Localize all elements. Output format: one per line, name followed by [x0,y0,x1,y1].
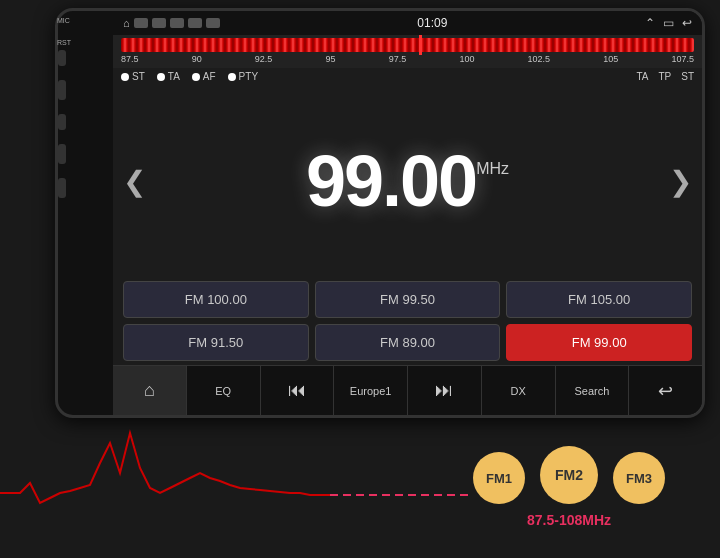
back-icon: ↩ [682,16,692,30]
vol-up-button[interactable] [58,144,66,164]
waveform-svg [0,413,470,533]
fm2-badge[interactable]: FM2 [540,446,598,504]
toolbar-dx-button[interactable]: DX [482,366,556,415]
indicator-st-right: ST [681,71,694,82]
bottom-toolbar: ⌂ EQ ⏮ Europe1 ⏭ DX Search ↩ [113,365,702,415]
status-icon-4 [188,18,202,28]
fm3-badge[interactable]: FM3 [613,452,665,504]
status-icons: ⌂ [123,17,220,29]
physical-buttons [58,50,66,198]
toolbar-eq-button[interactable]: EQ [187,366,261,415]
freq-marker [419,35,422,55]
scale-87.5: 87.5 [121,54,139,64]
status-icon-3 [170,18,184,28]
indicator-tp-right: TP [658,71,671,82]
fm-badges-row: FM1 FM2 FM3 [473,446,665,504]
toolbar-prev-button[interactable]: ⏮ [261,366,335,415]
indicator-dot-ta [157,73,165,81]
indicator-dot-st [121,73,129,81]
presets-grid: FM 100.00 FM 99.50 FM 105.00 FM 91.50 FM… [113,277,702,365]
scale-97.5: 97.5 [389,54,407,64]
toolbar-search-button[interactable]: Search [556,366,630,415]
home-icon: ⌂ [144,380,155,401]
freq-bar-container: 87.5 90 92.5 95 97.5 100 102.5 105 107.5 [113,35,702,68]
scale-105: 105 [603,54,618,64]
toolbar-station-button[interactable]: Europe1 [334,366,408,415]
preset-btn-2[interactable]: FM 105.00 [506,281,692,318]
indicator-af[interactable]: AF [192,71,216,82]
device-shell: ⌂ 01:09 ⌃ ▭ ↩ 87.5 90 92.5 [55,8,705,418]
station-label: Europe1 [350,385,392,397]
frequency-unit: MHz [476,160,509,178]
vol-down-button[interactable] [58,178,66,198]
status-icon-1 [134,18,148,28]
back-side-button[interactable] [58,114,66,130]
scale-100: 100 [459,54,474,64]
fm-badges-container: FM1 FM2 FM3 87.5-108MHz [473,446,665,528]
scale-90: 90 [192,54,202,64]
status-time: 01:09 [417,16,447,30]
toolbar-next-button[interactable]: ⏭ [408,366,482,415]
status-icon-5 [206,18,220,28]
nav-next-button[interactable]: ❯ [669,165,692,198]
home-side-button[interactable] [58,80,66,100]
eq-label: EQ [215,385,231,397]
preset-btn-3[interactable]: FM 91.50 [123,324,309,361]
freq-bar[interactable] [121,38,694,52]
fm1-badge[interactable]: FM1 [473,452,525,504]
indicator-ta-right: TA [636,71,648,82]
preset-btn-0[interactable]: FM 100.00 [123,281,309,318]
indicator-st[interactable]: ST [121,71,145,82]
freq-scale: 87.5 90 92.5 95 97.5 100 102.5 105 107.5 [121,52,694,66]
status-bar: ⌂ 01:09 ⌃ ▭ ↩ [113,11,702,35]
fm-freq-range: 87.5-108MHz [527,512,611,528]
indicator-right-group: TA TP ST [636,71,694,82]
power-button[interactable] [58,50,66,66]
scale-107.5: 107.5 [671,54,694,64]
mic-label: MIC [57,17,70,24]
dx-label: DX [510,385,525,397]
preset-btn-5[interactable]: FM 99.00 [506,324,692,361]
screen: ⌂ 01:09 ⌃ ▭ ↩ 87.5 90 92.5 [113,11,702,415]
radio-indicators: ST TA AF PTY TA TP ST [113,68,702,85]
next-icon: ⏭ [435,380,453,401]
preset-btn-4[interactable]: FM 89.00 [315,324,501,361]
scale-95: 95 [326,54,336,64]
rst-label: RST [57,39,71,46]
indicator-dot-pty [228,73,236,81]
toolbar-home-button[interactable]: ⌂ [113,366,187,415]
nav-prev-button[interactable]: ❮ [123,165,146,198]
status-right: ⌃ ▭ ↩ [645,16,692,30]
indicator-ta[interactable]: TA [157,71,180,82]
window-icon: ▭ [663,16,674,30]
toolbar-back-button[interactable]: ↩ [629,366,702,415]
status-icon-2 [152,18,166,28]
prev-icon: ⏮ [288,380,306,401]
freq-display: ❮ 99.00 MHz ❯ [113,85,702,277]
scale-102.5: 102.5 [528,54,551,64]
search-label: Search [574,385,609,397]
indicator-pty[interactable]: PTY [228,71,258,82]
preset-btn-1[interactable]: FM 99.50 [315,281,501,318]
indicator-dot-af [192,73,200,81]
expand-icon: ⌃ [645,16,655,30]
frequency-display: 99.00 [306,140,476,222]
back-arrow-icon: ↩ [658,380,673,402]
scale-92.5: 92.5 [255,54,273,64]
